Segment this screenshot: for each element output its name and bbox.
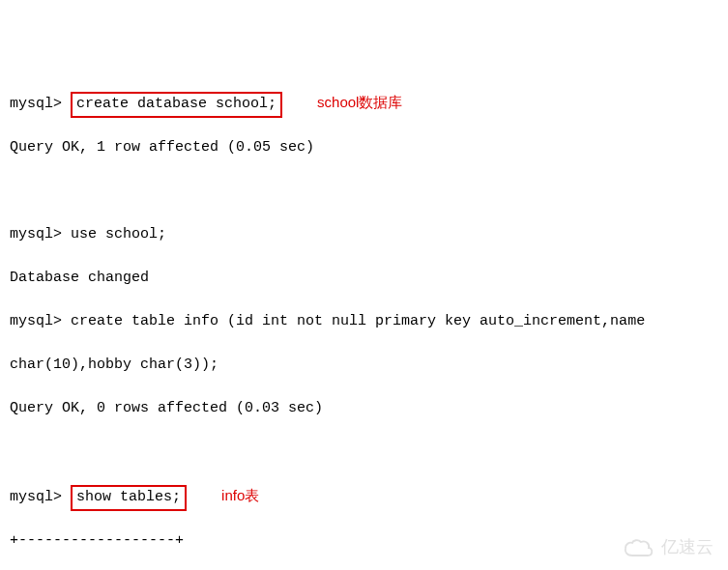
cmd-line-show-tables: mysql> show tables; info表	[10, 485, 718, 509]
watermark: 亿速云	[623, 534, 713, 560]
annotation-info-table: info表	[221, 487, 259, 503]
cmd-line-create-db: mysql> create database school; school数据库	[10, 92, 718, 116]
response-query-ok-1: Query OK, 1 row affected (0.05 sec)	[10, 137, 718, 159]
cmd-line-create-table: mysql> create table info (id int not nul…	[10, 311, 718, 333]
box-show-tables: show tables;	[71, 485, 187, 511]
table-border: +------------------+	[10, 530, 718, 553]
cloud-icon	[623, 538, 655, 557]
cmd-line-use-db: mysql> use school;	[10, 224, 718, 246]
response-query-ok-0: Query OK, 0 rows affected (0.03 sec)	[10, 398, 718, 420]
annotation-school-db: school数据库	[317, 94, 402, 110]
box-create-db: create database school;	[71, 92, 282, 118]
watermark-text: 亿速云	[661, 534, 713, 560]
response-db-changed: Database changed	[10, 268, 718, 290]
cmd-line-create-table-2: char(10),hobby char(3));	[10, 355, 718, 377]
